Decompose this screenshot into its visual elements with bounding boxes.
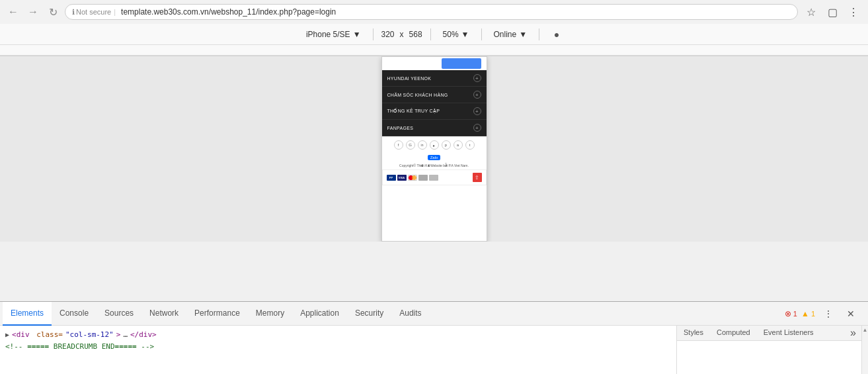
browser-chrome: ← → ↻ ℹ Not secure | template.web30s.com… bbox=[0, 0, 868, 56]
bookmark-button[interactable]: ☆ bbox=[802, 3, 820, 21]
toolbar-divider-4 bbox=[539, 28, 539, 40]
code-line-2: <!-- ===== BREADCRUMB END===== --> bbox=[5, 340, 671, 352]
secure-label: Not secure bbox=[76, 8, 111, 16]
devtools-right-controls: ⊗ 1 ▲ 1 ⋮ ✕ bbox=[779, 304, 865, 323]
zalo-badge: Zalo bbox=[382, 154, 487, 162]
menu-item-label: THỐNG KÊ TRUY CẬP bbox=[387, 109, 440, 114]
card-icon-2 bbox=[429, 175, 438, 181]
copyright-text: Copyright© Thiết Kế Website bởi P.A Viet… bbox=[382, 162, 487, 169]
separator: | bbox=[114, 8, 116, 16]
reload-button[interactable]: ↻ bbox=[45, 4, 61, 20]
google-icon[interactable]: G bbox=[406, 140, 415, 150]
screenshot-button[interactable]: ▢ bbox=[823, 3, 842, 21]
menu-section: HYUNDAI YEENOK + CHĂM SÓC KHÁCH HÀNG + T… bbox=[382, 70, 487, 136]
code-line-1: ▶ <div class= "col-sm-12" > … </div> bbox=[5, 328, 671, 340]
scroll-indicator: ▲ bbox=[861, 326, 868, 374]
tab-sources[interactable]: Sources bbox=[97, 302, 141, 326]
linkedin-icon[interactable]: in bbox=[418, 140, 427, 150]
devtools-more-button[interactable]: ⋮ bbox=[819, 304, 838, 323]
menu-item-expand-icon[interactable]: + bbox=[473, 74, 481, 82]
address-bar[interactable]: ℹ Not secure | template.web30s.com.vn/we… bbox=[65, 4, 798, 20]
menu-item-expand-icon[interactable]: + bbox=[473, 107, 481, 115]
menu-item-fanpages[interactable]: FANPAGES + bbox=[382, 120, 487, 136]
warning-count: 1 bbox=[811, 310, 815, 318]
info-icon: ℹ bbox=[72, 8, 75, 17]
device-toolbar: iPhone 5/SE ▼ 320 x 568 50% ▼ Online ▼ ● bbox=[0, 24, 868, 45]
tab-computed[interactable]: Computed bbox=[710, 326, 757, 340]
facebook-icon[interactable]: f bbox=[394, 140, 403, 150]
mastercard-icon bbox=[408, 175, 417, 181]
devtools-close-button[interactable]: ✕ bbox=[842, 304, 860, 323]
nav-right-icons: ☆ ▢ ⋮ bbox=[802, 3, 863, 21]
menu-item-label: FANPAGES bbox=[387, 126, 414, 130]
error-icon: ⊗ bbox=[785, 309, 791, 318]
nav-bar: ← → ↻ ℹ Not secure | template.web30s.com… bbox=[0, 0, 868, 24]
tab-performance[interactable]: Performance bbox=[186, 302, 248, 326]
menu-item-expand-icon[interactable]: + bbox=[473, 124, 481, 132]
visa-icon: VISA bbox=[397, 175, 407, 181]
right-panel: Styles Computed Event Listeners » bbox=[676, 326, 861, 374]
devtools-content: ▶ <div class= "col-sm-12" > … </div> <!-… bbox=[0, 326, 868, 374]
more-button[interactable]: ⋮ bbox=[844, 3, 863, 21]
menu-item-hyundai[interactable]: HYUNDAI YEENOK + bbox=[382, 70, 487, 87]
tab-memory[interactable]: Memory bbox=[248, 302, 292, 326]
menu-item-thong-ke[interactable]: THỐNG KÊ TRUY CẬP + bbox=[382, 103, 487, 120]
tab-console[interactable]: Console bbox=[52, 302, 97, 326]
toolbar-divider-3 bbox=[481, 28, 482, 40]
card-icon-1 bbox=[418, 175, 428, 181]
toolbar-divider bbox=[373, 28, 374, 40]
tab-audits[interactable]: Audits bbox=[391, 302, 429, 326]
network-chevron-icon: ▼ bbox=[519, 30, 527, 39]
share-icon[interactable]: a bbox=[454, 140, 463, 150]
device-name: iPhone 5/SE bbox=[306, 30, 350, 39]
toolbar-divider-2 bbox=[430, 28, 431, 40]
payment-bar: PP VISA ⇧ bbox=[382, 169, 487, 185]
devtools-panel: Elements Console Sources Network Perform… bbox=[0, 301, 868, 374]
warning-icon: ▲ bbox=[801, 309, 809, 318]
tumblr-icon[interactable]: t bbox=[465, 140, 475, 150]
tab-event-listeners[interactable]: Event Listeners bbox=[757, 326, 820, 340]
device-selector[interactable]: iPhone 5/SE ▼ bbox=[302, 28, 365, 40]
expand-arrow[interactable]: ▶ bbox=[5, 331, 9, 338]
paypal-icon: PP bbox=[387, 175, 396, 181]
network-selector[interactable]: Online ▼ bbox=[490, 28, 532, 40]
back-button[interactable]: ← bbox=[5, 4, 21, 20]
viewport-area: HYUNDAI YEENOK + CHĂM SÓC KHÁCH HÀNG + T… bbox=[0, 56, 868, 242]
tab-application[interactable]: Application bbox=[292, 302, 347, 326]
devtools-tabs: Elements Console Sources Network Perform… bbox=[0, 302, 868, 326]
zalo-label[interactable]: Zalo bbox=[428, 155, 441, 160]
pinterest-icon[interactable]: p bbox=[442, 140, 451, 150]
blue-button-strip bbox=[442, 58, 481, 69]
secure-badge: ℹ Not secure | bbox=[72, 8, 117, 17]
menu-item-label: HYUNDAI YEENOK bbox=[387, 76, 432, 81]
menu-item-cham-soc[interactable]: CHĂM SÓC KHÁCH HÀNG + bbox=[382, 87, 487, 103]
scroll-up-arrow[interactable]: ▲ bbox=[863, 327, 868, 333]
no-throttling-button[interactable]: ● bbox=[547, 25, 566, 44]
tab-security[interactable]: Security bbox=[347, 302, 391, 326]
error-count: 1 bbox=[793, 310, 797, 318]
menu-item-expand-icon[interactable]: + bbox=[473, 91, 481, 99]
tab-network[interactable]: Network bbox=[141, 302, 186, 326]
mobile-preview: HYUNDAI YEENOK + CHĂM SÓC KHÁCH HÀNG + T… bbox=[381, 56, 487, 242]
right-panel-tabs: Styles Computed Event Listeners » bbox=[677, 326, 861, 341]
ruler bbox=[0, 45, 868, 56]
tab-styles[interactable]: Styles bbox=[677, 326, 710, 340]
chevron-down-icon: ▼ bbox=[353, 30, 361, 39]
forward-button[interactable]: → bbox=[25, 4, 41, 20]
zoom-level: 50% bbox=[443, 30, 459, 39]
twitter-icon[interactable]: ▸ bbox=[430, 140, 439, 150]
right-tabs-more-button[interactable]: » bbox=[845, 326, 861, 340]
payment-icons: PP VISA bbox=[387, 175, 438, 181]
warning-badge: ▲ 1 bbox=[801, 309, 815, 318]
address-text: template.web30s.com.vn/webshop_11/index.… bbox=[121, 7, 336, 17]
zoom-chevron-icon: ▼ bbox=[461, 30, 469, 39]
x-label: x bbox=[400, 30, 404, 39]
viewport-height: 568 bbox=[409, 30, 422, 39]
menu-item-label: CHĂM SÓC KHÁCH HÀNG bbox=[387, 93, 448, 97]
tab-elements[interactable]: Elements bbox=[3, 302, 52, 326]
zoom-selector[interactable]: 50% ▼ bbox=[439, 28, 473, 40]
preview-top bbox=[382, 57, 487, 70]
scroll-up-button[interactable]: ⇧ bbox=[473, 173, 482, 182]
network-type: Online bbox=[494, 30, 517, 39]
social-icons-bar: f G in ▸ p a t bbox=[382, 136, 487, 154]
